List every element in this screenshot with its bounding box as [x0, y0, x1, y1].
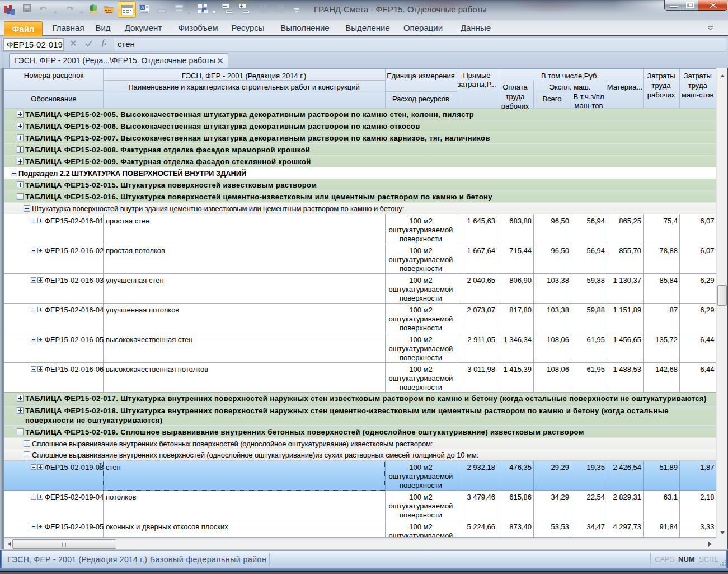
svg-text:A: A: [141, 5, 144, 10]
